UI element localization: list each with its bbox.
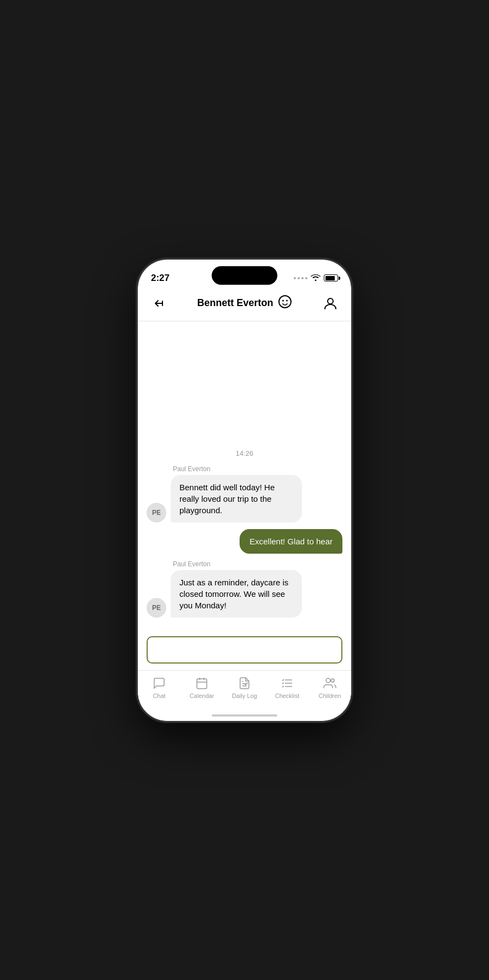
tab-calendar[interactable]: Calendar bbox=[185, 676, 218, 699]
svg-point-1 bbox=[282, 300, 284, 302]
chat-tab-icon bbox=[152, 676, 166, 690]
avatar-1: PE bbox=[147, 503, 166, 523]
phone-frame: 2:27 bbox=[138, 260, 351, 721]
status-time: 2:27 bbox=[151, 273, 170, 284]
tab-daily-log[interactable]: Daily Log bbox=[228, 676, 261, 699]
tab-chat[interactable]: Chat bbox=[143, 676, 176, 699]
back-button[interactable] bbox=[149, 294, 168, 313]
bubble-sent-1: Excellent! Glad to hear bbox=[240, 529, 342, 554]
chat-timestamp: 14:26 bbox=[147, 449, 342, 457]
header-title-group: Bennett Everton bbox=[197, 295, 292, 312]
svg-point-0 bbox=[279, 296, 291, 308]
tab-bar: Chat Calendar bbox=[138, 670, 351, 710]
message-group-2: Paul Everton PE Just as a reminder, dayc… bbox=[147, 560, 342, 618]
svg-point-3 bbox=[328, 298, 333, 304]
chat-area: 14:26 Paul Everton PE Bennett did well t… bbox=[138, 321, 351, 631]
wifi-icon bbox=[311, 273, 321, 283]
tab-chat-label: Chat bbox=[153, 693, 165, 699]
daily-log-tab-icon bbox=[237, 676, 252, 690]
profile-button[interactable] bbox=[321, 294, 340, 313]
message-group-1: Paul Everton PE Bennett did well today! … bbox=[147, 465, 342, 523]
header: Bennett Everton bbox=[138, 289, 351, 321]
svg-point-14 bbox=[331, 679, 334, 682]
checklist-tab-icon bbox=[280, 676, 294, 690]
tab-calendar-label: Calendar bbox=[190, 693, 214, 699]
battery-icon bbox=[324, 274, 338, 281]
sender-name-1: Paul Everton bbox=[173, 465, 342, 473]
tab-children-label: Children bbox=[319, 693, 341, 699]
svg-point-13 bbox=[326, 678, 330, 683]
bubble-sent-row-1: Excellent! Glad to hear bbox=[147, 529, 342, 554]
avatar-2: PE bbox=[147, 598, 166, 618]
message-input[interactable] bbox=[147, 636, 342, 664]
tab-checklist-label: Checklist bbox=[275, 693, 300, 699]
signal-icon bbox=[294, 277, 307, 279]
phone-screen: 2:27 bbox=[138, 260, 351, 721]
bubble-received-1: Bennett did well today! He really loved … bbox=[171, 475, 302, 523]
home-indicator bbox=[138, 710, 351, 721]
tab-checklist[interactable]: Checklist bbox=[271, 676, 304, 699]
children-tab-icon bbox=[323, 676, 337, 690]
header-name: Bennett Everton bbox=[197, 297, 273, 309]
tab-children[interactable]: Children bbox=[313, 676, 346, 699]
svg-point-2 bbox=[286, 300, 288, 302]
message-row-1: PE Bennett did well today! He really lov… bbox=[147, 475, 342, 523]
status-icons bbox=[294, 273, 338, 283]
calendar-tab-icon bbox=[195, 676, 209, 690]
message-row-2: PE Just as a reminder, daycare is closed… bbox=[147, 570, 342, 618]
sender-name-2: Paul Everton bbox=[173, 560, 342, 568]
bubble-received-2: Just as a reminder, daycare is closed to… bbox=[171, 570, 302, 618]
svg-rect-4 bbox=[197, 679, 207, 689]
input-area bbox=[138, 631, 351, 670]
tab-daily-log-label: Daily Log bbox=[232, 693, 257, 699]
dynamic-island bbox=[212, 266, 277, 285]
child-face-icon bbox=[278, 295, 292, 312]
